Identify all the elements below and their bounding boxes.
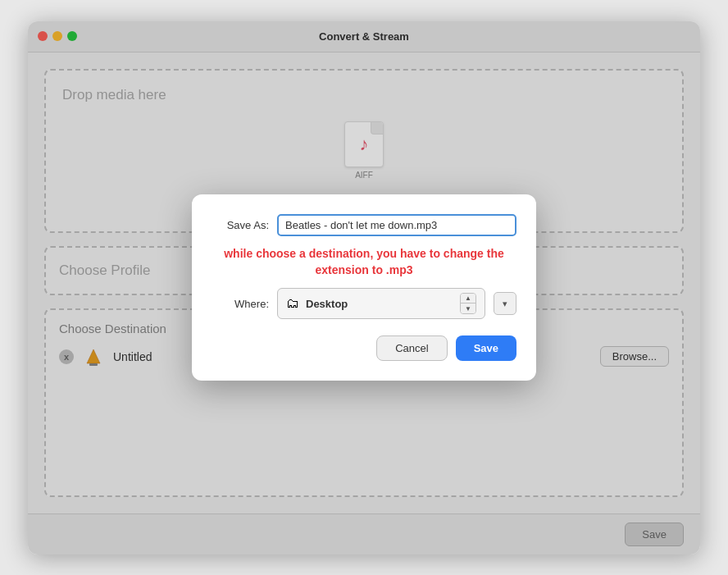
annotation-text: while choose a destination, you have to … (212, 246, 516, 278)
stepper-down-button[interactable]: ▼ (461, 303, 475, 313)
save-dialog: Save As: while choose a destination, you… (192, 194, 536, 381)
where-value: Desktop (306, 298, 450, 310)
where-dropdown[interactable]: 🗂 Desktop ▲ ▼ (277, 288, 485, 319)
save-as-input[interactable] (277, 214, 516, 236)
stepper-up-button[interactable]: ▲ (461, 294, 475, 303)
where-stepper[interactable]: ▲ ▼ (460, 293, 476, 314)
cancel-button[interactable]: Cancel (376, 335, 447, 361)
save-button[interactable]: Save (456, 335, 516, 361)
modal-buttons: Cancel Save (212, 335, 516, 361)
where-row: Where: 🗂 Desktop ▲ ▼ ▾ (212, 288, 516, 319)
save-as-label: Save As: (212, 219, 269, 231)
modal-overlay: Save As: while choose a destination, you… (28, 21, 700, 554)
folder-icon: 🗂 (286, 296, 299, 311)
where-label: Where: (212, 298, 269, 310)
save-as-row: Save As: (212, 214, 516, 236)
where-chevron-button[interactable]: ▾ (494, 292, 516, 315)
main-window: Convert & Stream Drop media here ♪ AIFF … (28, 21, 700, 554)
